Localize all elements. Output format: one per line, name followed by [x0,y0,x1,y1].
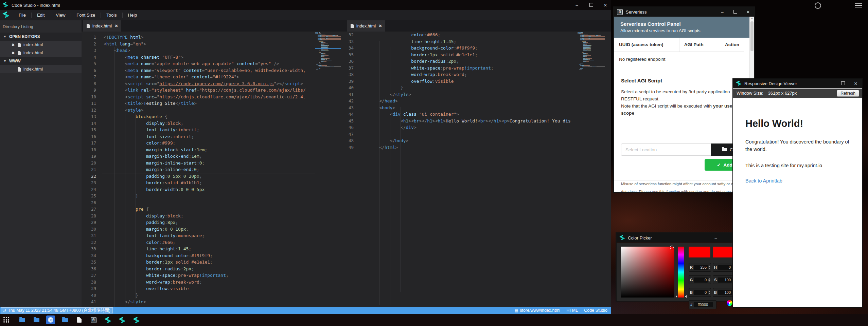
code-area[interactable]: color:#666;line-height:1.45;background-c… [369,32,578,307]
menu-item-help[interactable]: Help [123,13,143,18]
menu-item-font-size[interactable]: Font Size [71,13,101,18]
section-label: OPEN EDITORS [9,34,40,39]
file-icon [18,67,21,72]
code-line: </html> [369,144,578,151]
minimize-button[interactable]: – [713,235,719,241]
color-field-g1[interactable]: G0 [689,275,711,284]
line-number: 30 [82,226,102,233]
sidebar-item-index.html[interactable]: ✖index.html [0,41,82,49]
file-label: index.html [23,51,43,55]
menu-item-edit[interactable]: Edit [32,13,50,18]
tab-close-icon[interactable]: ✖ [115,24,118,28]
scroll-up-icon[interactable]: ▲ [750,17,754,20]
close-button[interactable]: ✕ [745,9,751,15]
saturation-cursor[interactable] [670,246,674,249]
maximize-button[interactable] [840,81,846,86]
line-number: 25 [82,193,102,199]
taskbar-folder-icon[interactable] [32,315,41,324]
editor-group-2[interactable]: 323334353637383940414243444546474849colo… [343,32,611,307]
tab-index-html[interactable]: index.html ✖ [347,20,385,32]
stepper-icon[interactable] [708,266,710,269]
field-value[interactable]: 100 [718,277,732,283]
code-line: <h1><br></h1><h1>Hello World!<br></h1><p… [369,118,578,124]
color-field-r0[interactable]: R255 [689,263,711,272]
code-line: <div class="ui container"> [369,111,578,118]
tab-index-html[interactable]: index.html ✖ [83,20,121,32]
sidebar-item-index.html[interactable]: ✖index.html [0,65,82,73]
taskbar-code-studio-icon[interactable] [118,315,126,324]
maximize-button[interactable] [732,9,738,15]
menu-item-file[interactable]: File [13,13,32,18]
loading-ring-icon[interactable] [815,2,821,9]
code-line: color:#666; [369,32,578,38]
color-field-h0[interactable]: H0 [713,263,735,272]
color-picker-title: Color Picker [628,235,652,241]
back-link[interactable]: Back to Aprintlab [745,178,862,184]
hue-arrow-right-icon [685,295,687,298]
tabbar-group1: index.html ✖ [82,20,343,32]
close-button[interactable]: ✕ [603,3,608,8]
serverless-header-title: Serverless Control Panel [620,21,748,27]
minimize-button[interactable]: – [574,3,580,8]
script-location-input[interactable] [621,143,711,156]
sidebar-section-open-editors[interactable]: ▼OPEN EDITORS [0,33,82,41]
code-line: <meta name="theme-color" content="#ff922… [104,74,315,80]
field-value[interactable]: 255 [694,265,708,270]
sidebar-item-index.html[interactable]: ✖index.html [0,49,82,57]
color-field-b2[interactable]: B0 [689,288,711,297]
menu-item-tools[interactable]: Tools [101,13,122,18]
statusbar-datetime[interactable]: ⇄ Thu May 11 2023 21:54:48 GMT+0800 (台北標… [1,307,113,313]
close-icon[interactable]: ✖ [12,43,16,47]
maximize-button[interactable] [588,3,594,8]
hue-slider[interactable] [678,247,684,298]
hamburger-menu-icon[interactable] [855,3,862,7]
field-value[interactable]: 0 [718,265,732,270]
code-line: <link rel="stylesheet" href="https://cdn… [104,87,315,94]
field-value[interactable]: 0 [694,290,708,295]
code-line [369,131,578,138]
hex-value[interactable]: ff0000 [694,302,713,307]
taskbar-folder-icon[interactable] [60,315,69,324]
line-number: 37 [343,65,359,72]
refresh-button[interactable]: Refresh [837,90,859,97]
color-field-s1[interactable]: S100 [713,275,735,284]
save-icon: ▤ [515,308,518,313]
responsive-viewer-window: Responsive Design Viewer – ✕ Window Size… [733,79,862,307]
code-line: </div> [369,124,578,131]
taskbar-code-studio-icon[interactable] [132,315,141,324]
statusbar-file-type[interactable]: HTML [566,308,578,313]
taskbar-serverless-icon[interactable]: 0 [89,315,98,324]
line-number: 41 [82,299,102,305]
field-value[interactable]: 100 [718,290,732,295]
line-number: 27 [82,206,102,213]
sidebar-section-www[interactable]: ▼WWW [0,57,82,65]
minimize-button[interactable]: – [720,9,725,15]
close-button[interactable]: ✕ [853,81,858,86]
menu-item-view[interactable]: View [50,13,71,18]
taskbar-code-studio-icon[interactable] [103,315,112,324]
taskbar-document-icon[interactable] [75,315,84,324]
tab-close-icon[interactable]: ✖ [379,24,382,28]
taskbar-disc-icon[interactable] [46,315,55,324]
minimap[interactable] [578,32,608,80]
code-line: <!DOCTYPE html> [104,34,315,41]
color-wheel-icon[interactable] [727,300,732,306]
stepper-icon[interactable] [708,291,710,294]
statusbar-file-path[interactable]: ▤ store/www/index.html [515,308,560,313]
code-studio-logo-icon [2,11,9,19]
statusbar-app-name[interactable]: Code Studio [584,308,607,313]
app-launcher-icon[interactable] [3,317,10,323]
page-heading: Hello World! [745,118,862,129]
minimize-button[interactable]: – [827,81,833,86]
stepper-icon[interactable] [708,278,710,282]
line-number: 48 [343,137,359,144]
saturation-field[interactable] [621,247,674,298]
chevron-down-icon: ▼ [3,59,6,63]
hex-field[interactable]: # ff0000 [689,300,716,309]
close-icon[interactable]: ✖ [12,51,16,55]
color-field-b2[interactable]: B100 [713,288,735,297]
taskbar-folder-icon[interactable] [18,315,26,324]
minimap[interactable] [315,32,341,80]
editor-group-1[interactable]: 1234567891011121314151617181920212223242… [82,32,343,307]
field-value[interactable]: 0 [694,277,708,283]
